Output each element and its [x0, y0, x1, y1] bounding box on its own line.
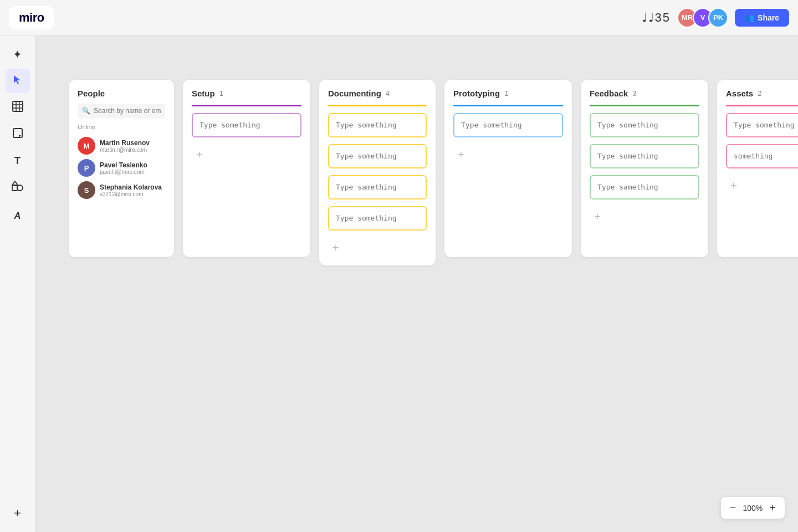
cursor-icon: [13, 74, 23, 88]
share-label: Share: [758, 13, 779, 22]
font-icon: A: [14, 211, 21, 222]
sidebar-item-select[interactable]: [6, 69, 30, 93]
column-setup-header: Setup 1: [192, 89, 301, 98]
zoom-in-button[interactable]: +: [767, 500, 778, 515]
timer-widget: ♩♩35: [642, 11, 671, 25]
column-setup-divider: [192, 105, 301, 106]
canvas: People 🔍 Online M Martin Rusenov martin.…: [35, 35, 798, 532]
column-prototyping-title: Prototyping: [453, 89, 500, 98]
svg-rect-5: [13, 129, 22, 137]
zoom-level: 100%: [743, 504, 763, 513]
column-prototyping-header: Prototyping 1: [453, 89, 563, 98]
zoom-out-button[interactable]: −: [728, 500, 739, 515]
person-item-pavel[interactable]: P Pavel Teslenko pavel.t@miro.com: [78, 157, 165, 179]
sticky-input-prototyping-0[interactable]: [453, 113, 563, 137]
sticky-input-feedback-0[interactable]: [590, 113, 699, 137]
sidebar-item-text[interactable]: T: [6, 149, 30, 173]
column-documenting-count: 4: [386, 89, 390, 98]
sidebar-item-note[interactable]: [6, 122, 30, 146]
column-prototyping-count: 1: [504, 89, 508, 98]
search-icon: 🔍: [82, 107, 90, 115]
person-email-stephania: s3212@miro.com: [100, 191, 162, 197]
sticky-input-feedback-1[interactable]: [590, 144, 699, 168]
text-icon: T: [14, 155, 21, 167]
sticky-input-assets-1[interactable]: [726, 144, 798, 168]
sticky-input-documenting-2[interactable]: [328, 175, 427, 200]
person-info-pavel: Pavel Teslenko pavel.t@miro.com: [100, 161, 147, 175]
people-title: People: [78, 89, 165, 98]
svg-rect-0: [13, 101, 23, 111]
svg-rect-7: [12, 186, 17, 191]
column-feedback-count: 3: [632, 89, 636, 98]
person-name-martin: Martin Rusenov: [100, 139, 150, 147]
sticky-input-feedback-2[interactable]: [590, 175, 699, 200]
add-icon: +: [14, 506, 21, 520]
avatar-3[interactable]: PK: [708, 8, 728, 28]
sidebar-item-shapes[interactable]: [6, 175, 30, 200]
share-button[interactable]: 👥 Share: [735, 9, 789, 27]
sidebar: ✦ T: [0, 35, 35, 532]
sticky-input-assets-0[interactable]: [726, 113, 798, 137]
column-assets-count: 2: [758, 89, 761, 98]
person-avatar-pavel: P: [78, 159, 95, 177]
sidebar-item-font[interactable]: A: [6, 204, 30, 228]
svg-point-6: [17, 185, 23, 191]
column-assets: Assets 2 +: [717, 80, 798, 257]
add-item-documenting[interactable]: +: [328, 239, 344, 257]
share-icon: 👥: [745, 13, 754, 22]
avatars-group: MR V PK: [677, 8, 728, 28]
sidebar-item-magic[interactable]: ✦: [6, 42, 30, 66]
column-documenting: Documenting 4 +: [319, 80, 436, 265]
column-feedback-title: Feedback: [590, 89, 628, 98]
search-box[interactable]: 🔍: [78, 104, 165, 118]
column-setup-count: 1: [219, 89, 223, 98]
logo-box: miro: [9, 6, 54, 29]
add-item-setup[interactable]: +: [192, 146, 207, 163]
header: miro ♩♩35 MR V PK 👥 Share: [0, 0, 798, 35]
sticky-input-documenting-1[interactable]: [328, 144, 427, 168]
column-documenting-divider: [328, 105, 427, 106]
person-info-martin: Martin Rusenov martin.r@miro.com: [100, 139, 150, 153]
column-prototyping-divider: [453, 105, 563, 106]
sticky-input-documenting-0[interactable]: [328, 113, 427, 137]
table-icon: [12, 101, 23, 115]
magic-icon: ✦: [13, 48, 22, 61]
online-label: Online: [78, 124, 165, 130]
person-email-pavel: pavel.t@miro.com: [100, 169, 147, 175]
column-setup: Setup 1 +: [183, 80, 310, 257]
column-assets-header: Assets 2: [726, 89, 798, 98]
note-icon: [12, 127, 23, 141]
add-item-assets[interactable]: +: [726, 177, 741, 195]
person-info-stephania: Stephania Kolarova s3212@miro.com: [100, 183, 162, 197]
person-name-pavel: Pavel Teslenko: [100, 161, 147, 169]
column-feedback-divider: [590, 105, 699, 106]
column-assets-title: Assets: [726, 89, 753, 98]
column-feedback-header: Feedback 3: [590, 89, 699, 98]
search-input[interactable]: [94, 107, 161, 115]
board-content: People 🔍 Online M Martin Rusenov martin.…: [69, 80, 798, 265]
people-panel: People 🔍 Online M Martin Rusenov martin.…: [69, 80, 174, 257]
column-prototyping: Prototyping 1 +: [444, 80, 572, 257]
sidebar-item-table[interactable]: [6, 95, 30, 120]
person-avatar-stephania: S: [78, 181, 95, 199]
column-documenting-title: Documenting: [328, 89, 381, 98]
add-item-prototyping[interactable]: +: [453, 146, 469, 163]
column-feedback: Feedback 3 +: [581, 80, 708, 257]
person-name-stephania: Stephania Kolarova: [100, 183, 162, 191]
sticky-input-setup-0[interactable]: [192, 113, 301, 137]
column-documenting-header: Documenting 4: [328, 89, 427, 98]
shapes-icon: [12, 181, 24, 195]
logo: miro: [19, 11, 44, 25]
column-setup-title: Setup: [192, 89, 215, 98]
sidebar-item-add[interactable]: +: [6, 501, 30, 525]
person-item-stephania[interactable]: S Stephania Kolarova s3212@miro.com: [78, 179, 165, 201]
person-item-martin[interactable]: M Martin Rusenov martin.r@miro.com: [78, 135, 165, 157]
column-assets-divider: [726, 105, 798, 106]
zoom-controls: − 100% +: [721, 497, 785, 519]
person-email-martin: martin.r@miro.com: [100, 147, 150, 153]
person-avatar-martin: M: [78, 137, 95, 155]
header-right: ♩♩35 MR V PK 👥 Share: [642, 8, 789, 28]
add-item-feedback[interactable]: +: [590, 208, 605, 226]
sticky-input-documenting-3[interactable]: [328, 206, 427, 231]
